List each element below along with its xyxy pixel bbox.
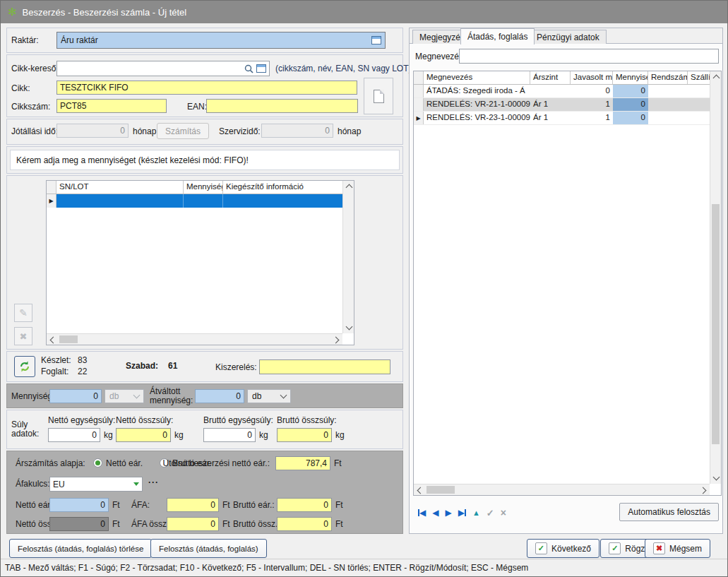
cell-mennyiseg[interactable]: 0 bbox=[613, 98, 648, 111]
cell-javasolt[interactable]: 1 bbox=[571, 98, 613, 111]
cell-szallitoi[interactable] bbox=[688, 112, 711, 124]
brutto-ossz-input[interactable]: 0 bbox=[277, 517, 332, 531]
afakulcs-combo[interactable]: EU bbox=[49, 477, 143, 492]
ean-input[interactable] bbox=[206, 99, 358, 113]
atvaltott-unit-value: db bbox=[252, 391, 261, 401]
felosztas-button[interactable]: Felosztás (átadás, foglalás) bbox=[150, 539, 267, 558]
hscroll-thumb[interactable] bbox=[59, 335, 78, 343]
megnevezes-input[interactable] bbox=[459, 49, 719, 64]
cell-javasolt[interactable]: 0 bbox=[571, 85, 613, 97]
cell-javasolt[interactable]: 1 bbox=[571, 112, 613, 124]
allocation-hscrollbar[interactable] bbox=[414, 484, 710, 495]
felosztas-torlese-button[interactable]: Felosztás (átadás, foglalás) törlése bbox=[9, 539, 152, 558]
netto-ear-radio-label[interactable]: Nettó eár. bbox=[106, 458, 143, 468]
scroll-left-button[interactable] bbox=[414, 484, 425, 496]
netto-osszsuly-value: 0 bbox=[162, 430, 167, 440]
brutto-ossz-label: Bruttó össz.: bbox=[233, 519, 280, 529]
netto-osszsuly-input[interactable]: 0 bbox=[116, 428, 171, 442]
cikkszam-input[interactable]: PCT85 bbox=[56, 99, 167, 113]
col-rendszam[interactable]: Rendszám bbox=[648, 71, 688, 84]
snlot-grid-header: SN/LOT Mennyiség Kiegészítő információ bbox=[47, 181, 344, 194]
cell-rendszam[interactable] bbox=[648, 98, 688, 111]
raktar-combo[interactable]: Áru raktár bbox=[56, 32, 386, 49]
allocation-vscrollbar[interactable] bbox=[710, 71, 721, 484]
kovetkezo-button[interactable]: ✓ Következő bbox=[527, 539, 599, 558]
cell-megnevezes[interactable]: ÁTADÁS: Szegedi iroda - Á bbox=[424, 85, 530, 97]
utolso-beszerzesi-input[interactable]: 787,4 bbox=[275, 456, 330, 470]
hscroll-thumb[interactable] bbox=[426, 486, 455, 494]
tab-label: Átadás, foglalás bbox=[467, 32, 527, 42]
afakulcs-more-button[interactable]: ··· bbox=[148, 477, 159, 487]
tab-penzugyi-adatok[interactable]: Pénzügyi adatok bbox=[530, 30, 607, 44]
jotallas-value: 0 bbox=[120, 126, 125, 136]
cell-arszint[interactable]: Ár 1 bbox=[530, 98, 571, 111]
prev-record-button[interactable]: ◀ bbox=[432, 508, 438, 518]
netto-egysegsuly-input[interactable]: 0 bbox=[48, 428, 100, 442]
afa-input[interactable]: 0 bbox=[167, 498, 219, 512]
refresh-stock-button[interactable] bbox=[14, 356, 35, 377]
ft-unit: Ft bbox=[112, 500, 120, 510]
atvaltott-input[interactable]: 0 bbox=[195, 389, 244, 403]
cell-mennyiseg[interactable]: 0 bbox=[613, 85, 648, 97]
cell-szallitoi[interactable] bbox=[688, 98, 711, 111]
cell-arszint[interactable]: Ár 1 bbox=[530, 112, 571, 124]
cell-mennyiseg[interactable] bbox=[184, 194, 223, 208]
scroll-down-button[interactable] bbox=[343, 322, 354, 333]
cell-snlot[interactable] bbox=[56, 194, 184, 208]
cell-rendszam[interactable] bbox=[648, 85, 688, 97]
col-kiegeszito[interactable]: Kiegészítő információ bbox=[223, 181, 344, 194]
brutto-ear-input[interactable]: 0 bbox=[277, 498, 332, 512]
new-document-button[interactable] bbox=[364, 78, 393, 114]
afa-ossz-input[interactable]: 0 bbox=[167, 517, 219, 531]
cell-kiegeszito[interactable] bbox=[223, 194, 344, 208]
col-szallitoi-rendeles[interactable]: Szállítói rend bbox=[688, 71, 711, 84]
megsem-button[interactable]: ✖ Mégsem bbox=[645, 539, 710, 558]
mennyiseg-input[interactable]: 0 bbox=[49, 389, 102, 403]
cell-mennyiseg[interactable]: 0 bbox=[613, 112, 648, 124]
vscroll-thumb[interactable] bbox=[712, 204, 720, 444]
cell-rendszam[interactable] bbox=[648, 112, 688, 124]
first-record-button[interactable]: ◀ bbox=[418, 508, 426, 518]
col-javasolt[interactable]: Javasolt m bbox=[571, 71, 613, 84]
kiszereles-input[interactable] bbox=[259, 359, 390, 374]
brutto-ossz-value: 0 bbox=[323, 519, 328, 529]
netto-ear-radio[interactable] bbox=[93, 458, 102, 468]
scroll-right-button[interactable] bbox=[698, 484, 710, 496]
col-megnevezes[interactable]: Megnevezés bbox=[424, 71, 530, 84]
scroll-down-button[interactable] bbox=[710, 472, 722, 484]
cell-megnevezes[interactable]: RENDELÉS: VR-23-1-00009 bbox=[424, 112, 530, 124]
tab-atadas-foglalas[interactable]: Átadás, foglalás bbox=[460, 28, 535, 44]
scroll-up-button[interactable] bbox=[343, 181, 354, 192]
allocation-row[interactable]: RENDELÉS: VR-21-1-00009 Ár 1 1 0 bbox=[414, 98, 711, 112]
col-arszint[interactable]: Árszint bbox=[530, 71, 571, 84]
automatikus-felosztas-button[interactable]: Automatikus felosztás bbox=[619, 503, 719, 521]
allocation-row[interactable]: ÁTADÁS: Szegedi iroda - Á 0 0 bbox=[414, 85, 711, 98]
next-record-button[interactable]: ▶ bbox=[445, 508, 451, 518]
col-snlot[interactable]: SN/LOT bbox=[56, 181, 184, 194]
cell-arszint[interactable] bbox=[530, 85, 571, 97]
scroll-right-button[interactable] bbox=[331, 334, 342, 345]
col-mennyiseg[interactable]: Mennyiség bbox=[184, 181, 223, 194]
col-mennyiseg[interactable]: Mennyiség bbox=[613, 71, 648, 84]
atvaltott-unit-select[interactable]: db bbox=[247, 389, 291, 403]
edit-record-button[interactable]: ▲ bbox=[472, 508, 480, 517]
brutto-osszsuly-input[interactable]: 0 bbox=[277, 428, 332, 442]
search-icon[interactable] bbox=[244, 64, 253, 73]
brutto-egysegsuly-input[interactable]: 0 bbox=[203, 428, 256, 442]
lookup-window-icon[interactable] bbox=[371, 36, 381, 44]
lookup-window-icon[interactable] bbox=[256, 64, 266, 73]
cell-szallitoi[interactable] bbox=[688, 85, 711, 97]
cikk-kereso-label: Cikk-kereső: bbox=[11, 64, 59, 73]
last-record-button[interactable]: ▶ bbox=[458, 508, 466, 518]
cikk-input[interactable]: TESZTCIKK FIFO bbox=[56, 81, 357, 95]
scroll-up-button[interactable] bbox=[710, 71, 722, 83]
scroll-left-button[interactable] bbox=[47, 334, 58, 345]
snlot-hscrollbar[interactable] bbox=[47, 333, 342, 345]
ft-unit: Ft bbox=[334, 458, 342, 468]
snlot-vscrollbar[interactable] bbox=[342, 181, 354, 333]
allocation-row[interactable]: ▶ RENDELÉS: VR-23-1-00009 Ár 1 1 0 bbox=[414, 112, 711, 125]
cell-megnevezes[interactable]: RENDELÉS: VR-21-1-00009 bbox=[424, 98, 530, 111]
netto-ear-input[interactable]: 0 bbox=[49, 498, 109, 512]
snlot-selected-row[interactable]: ▶ bbox=[47, 194, 344, 208]
cikk-kereso-input[interactable] bbox=[56, 61, 270, 76]
